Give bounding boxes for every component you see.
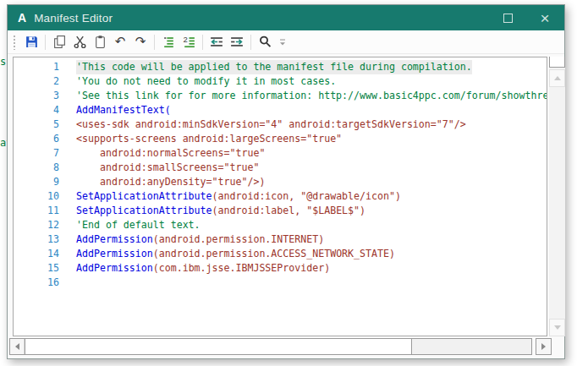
code-line: 15AddPermission(com.ibm.jsse.IBMJSSEProv…: [14, 261, 547, 276]
code-line: 3'See this link for for more information…: [14, 89, 547, 103]
redo-icon: ↷: [135, 36, 146, 48]
line-number: 4: [14, 103, 59, 117]
code-line: 7 android:normalScreens="true": [14, 146, 547, 161]
undo-icon: ↶: [115, 36, 126, 48]
manifest-code-editor[interactable]: 1'This code will be applied to the manif…: [13, 57, 547, 336]
code-text: 'End of default text.: [76, 218, 201, 232]
toolbar-separator: [45, 35, 46, 50]
toolbar-overflow-button[interactable]: [277, 33, 289, 52]
toolbar-separator: [202, 35, 203, 50]
code-text: <supports-screens android:largeScreens="…: [76, 132, 342, 146]
code-text: 'This code will be applied to the manife…: [76, 60, 472, 74]
outdent-button[interactable]: [206, 32, 227, 52]
app-logo: A: [18, 11, 26, 25]
search-button[interactable]: [255, 32, 275, 52]
line-number: 7: [14, 146, 59, 161]
code-line: 1'This code will be applied to the manif…: [14, 60, 547, 74]
code-line: 5<uses-sdk android:minSdkVersion="4" and…: [14, 117, 547, 132]
line-number: 16: [14, 276, 59, 290]
scroll-down-button[interactable]: [549, 319, 565, 336]
window-title: Manifest Editor: [34, 12, 483, 25]
indent-button[interactable]: [227, 32, 247, 52]
toolbar-overflow-icon: [279, 38, 286, 46]
undo-button[interactable]: ↶: [110, 32, 130, 52]
code-text: SetApplicationAttribute(android:icon, "@…: [76, 189, 401, 204]
redo-button[interactable]: ↷: [130, 32, 151, 52]
code-text: android:normalScreens="true": [76, 146, 265, 161]
titlebar[interactable]: A Manifest Editor ×: [8, 5, 564, 30]
horizontal-scrollbar[interactable]: [9, 338, 532, 355]
code-text: AddPermission(com.ibm.jsse.IBMJSSEProvid…: [76, 261, 330, 276]
maximize-button[interactable]: [495, 7, 520, 29]
code-line: 16: [14, 276, 547, 290]
line-number: 8: [14, 161, 59, 175]
copy-icon: [52, 35, 67, 49]
code-lines: 1'This code will be applied to the manif…: [14, 60, 547, 290]
line-number: 11: [14, 204, 59, 218]
toolbar-separator: [154, 35, 155, 50]
code-line: 4AddManifestText(: [14, 103, 547, 117]
code-text: 'See this link for for more information:…: [76, 89, 547, 103]
line-number: 1: [14, 60, 59, 74]
code-text: AddPermission(android.permission.INTERNE…: [76, 232, 324, 247]
splitter-box[interactable]: [549, 57, 565, 68]
toolbar-separator: [250, 35, 251, 50]
line-number: 12: [14, 218, 59, 232]
code-line: 10SetApplicationAttribute(android:icon, …: [14, 189, 547, 204]
manifest-editor-window: A Manifest Editor ×: [7, 4, 565, 359]
left-arrow-icon: [15, 343, 19, 350]
code-line: 13AddPermission(android.permission.INTER…: [14, 232, 547, 247]
code-text: android:smallScreens="true": [76, 161, 259, 175]
down-arrow-icon: [554, 325, 561, 330]
code-line: 9 android:anyDensity="true"/>): [14, 175, 547, 189]
right-arrow-icon: [541, 343, 546, 350]
scroll-left-button[interactable]: [10, 339, 25, 354]
code-line: 14AddPermission(android.permission.ACCES…: [14, 247, 547, 261]
format-lines-icon: [162, 35, 176, 49]
line-number: 10: [14, 189, 59, 204]
line-number: 15: [14, 261, 59, 276]
line-number: 9: [14, 175, 59, 189]
code-line: 6<supports-screens android:largeScreens=…: [14, 132, 547, 146]
line-number: 6: [14, 132, 59, 146]
cut-icon: [73, 35, 87, 49]
horizontal-scroll-thumb[interactable]: [25, 338, 412, 355]
paste-icon: [93, 35, 107, 49]
code-line: 11SetApplicationAttribute(android:label,…: [14, 204, 547, 218]
code-text: 'You do not need to modify it in most ca…: [76, 74, 336, 89]
code-line: 12'End of default text.: [14, 218, 547, 232]
save-icon: [25, 35, 39, 49]
svg-text:2: 2: [183, 35, 187, 44]
format-lines-button[interactable]: [158, 32, 179, 52]
code-text: AddManifestText(: [76, 103, 171, 117]
up-arrow-icon: [554, 76, 561, 80]
code-text: android:anyDensity="true"/>): [76, 175, 265, 189]
close-button[interactable]: ×: [532, 7, 558, 29]
scroll-right-button[interactable]: [536, 338, 552, 355]
scroll-up-button[interactable]: [549, 69, 565, 87]
format-selection-button[interactable]: 2: [179, 32, 199, 52]
indent-icon: [229, 35, 245, 49]
code-line: 2'You do not need to modify it in most c…: [14, 74, 547, 89]
close-icon: ×: [540, 10, 549, 26]
line-number: 13: [14, 232, 59, 247]
search-icon: [258, 35, 272, 49]
line-number: 3: [14, 89, 59, 103]
save-button[interactable]: [21, 32, 41, 52]
toolbar-grip[interactable]: [13, 35, 16, 50]
toolbar: ↶ ↷ 2: [8, 30, 564, 54]
code-text: AddPermission(android.permission.ACCESS_…: [76, 247, 395, 261]
code-text: SetApplicationAttribute(android:label, "…: [76, 204, 365, 218]
format-selection-icon: 2: [182, 35, 196, 49]
line-number: 2: [14, 74, 59, 89]
code-line: 8 android:smallScreens="true": [14, 161, 547, 175]
cut-button[interactable]: [69, 32, 90, 52]
copy-button[interactable]: [49, 32, 69, 52]
vertical-scrollbar[interactable]: [549, 57, 565, 336]
line-number: 14: [14, 247, 59, 261]
code-text: <uses-sdk android:minSdkVersion="4" andr…: [76, 117, 466, 132]
paste-button[interactable]: [90, 32, 110, 52]
maximize-icon: [503, 14, 513, 23]
background-code-fragment: s: [0, 56, 6, 68]
outdent-icon: [209, 35, 224, 49]
